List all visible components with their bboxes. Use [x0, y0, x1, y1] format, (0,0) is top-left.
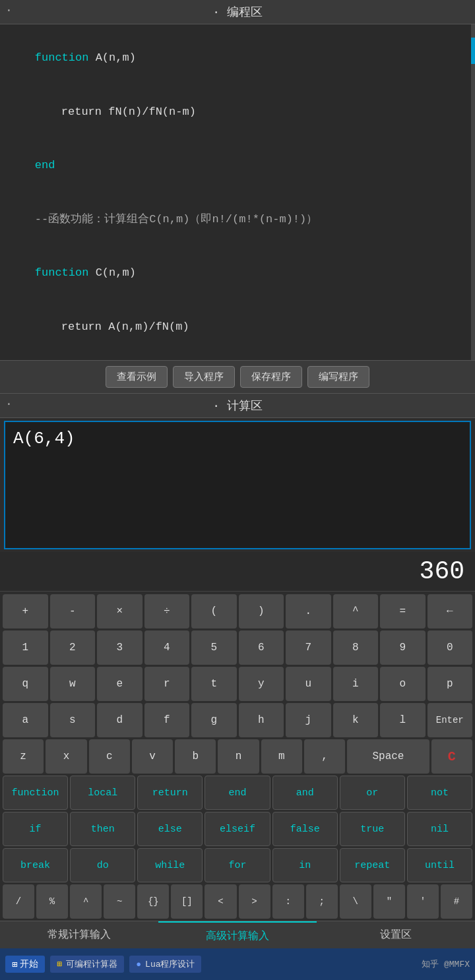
key-plus[interactable]: +: [3, 594, 48, 628]
key-tilde[interactable]: ~: [104, 884, 135, 919]
key-6[interactable]: 6: [239, 630, 284, 665]
key-dquote[interactable]: ": [373, 884, 405, 919]
key-in[interactable]: in: [272, 848, 338, 882]
key-lparen[interactable]: (: [191, 594, 237, 628]
key-0[interactable]: 0: [428, 630, 473, 665]
key-c[interactable]: c: [89, 739, 130, 774]
key-not[interactable]: not: [407, 776, 472, 810]
key-gt[interactable]: >: [239, 884, 270, 919]
key-while[interactable]: while: [137, 848, 203, 882]
scrollbar-thumb[interactable]: [471, 38, 475, 64]
key-backspace[interactable]: ←: [428, 594, 473, 628]
key-or[interactable]: or: [340, 776, 405, 810]
key-enter[interactable]: Enter: [428, 703, 473, 737]
key-curly[interactable]: {}: [137, 884, 169, 919]
key-x[interactable]: x: [46, 739, 86, 774]
key-if[interactable]: if: [3, 812, 68, 846]
key-n[interactable]: n: [218, 739, 259, 774]
key-local[interactable]: local: [70, 776, 135, 810]
key-4[interactable]: 4: [144, 630, 190, 665]
key-1[interactable]: 1: [3, 630, 48, 665]
key-s[interactable]: s: [50, 703, 96, 737]
key-backslash[interactable]: \: [340, 884, 371, 919]
key-repeat[interactable]: repeat: [340, 848, 405, 882]
key-elseif[interactable]: elseif: [205, 812, 270, 846]
key-y[interactable]: y: [239, 667, 284, 701]
save-program-button[interactable]: 保存程序: [240, 366, 302, 388]
key-h[interactable]: h: [239, 703, 284, 737]
key-return[interactable]: return: [137, 776, 203, 810]
key-b[interactable]: b: [175, 739, 216, 774]
key-j[interactable]: j: [286, 703, 331, 737]
tab-settings[interactable]: 设置区: [317, 921, 475, 950]
key-break[interactable]: break: [3, 848, 68, 882]
key-true[interactable]: true: [340, 812, 405, 846]
key-divide[interactable]: ÷: [144, 594, 190, 628]
key-f[interactable]: f: [144, 703, 190, 737]
app-lua[interactable]: ● Lua程序设计: [129, 956, 201, 973]
lua-icon: ●: [136, 960, 141, 969]
key-3[interactable]: 3: [97, 630, 142, 665]
key-hat[interactable]: ^: [70, 884, 102, 919]
key-o[interactable]: o: [380, 667, 426, 701]
start-button[interactable]: ⊞ 开始: [5, 956, 45, 973]
key-do[interactable]: do: [70, 848, 135, 882]
key-hash[interactable]: #: [441, 884, 472, 919]
key-false[interactable]: false: [272, 812, 338, 846]
key-a[interactable]: a: [3, 703, 48, 737]
key-else[interactable]: else: [137, 812, 203, 846]
key-end[interactable]: end: [205, 776, 270, 810]
tab-advanced-input[interactable]: 高级计算输入: [158, 921, 317, 950]
key-colon[interactable]: :: [272, 884, 304, 919]
key-comma[interactable]: ,: [304, 739, 345, 774]
key-z[interactable]: z: [3, 739, 44, 774]
key-equals[interactable]: =: [380, 594, 426, 628]
key-and[interactable]: and: [272, 776, 338, 810]
key-multiply[interactable]: ×: [97, 594, 142, 628]
scrollbar[interactable]: [471, 24, 475, 360]
key-until[interactable]: until: [407, 848, 472, 882]
key-then[interactable]: then: [70, 812, 135, 846]
key-caret[interactable]: ^: [333, 594, 379, 628]
key-2[interactable]: 2: [50, 630, 96, 665]
key-lt[interactable]: <: [205, 884, 236, 919]
app-calc[interactable]: ⊞ 可编程计算器: [50, 956, 124, 973]
key-w[interactable]: w: [50, 667, 96, 701]
key-rparen[interactable]: ): [239, 594, 284, 628]
key-g[interactable]: g: [191, 703, 237, 737]
key-for[interactable]: for: [205, 848, 270, 882]
key-p[interactable]: p: [428, 667, 473, 701]
key-percent[interactable]: %: [36, 884, 68, 919]
key-9[interactable]: 9: [380, 630, 426, 665]
key-r[interactable]: r: [144, 667, 190, 701]
write-program-button[interactable]: 编写程序: [307, 366, 369, 388]
view-examples-button[interactable]: 查看示例: [106, 366, 168, 388]
key-minus[interactable]: -: [50, 594, 96, 628]
key-q[interactable]: q: [3, 667, 48, 701]
key-8[interactable]: 8: [333, 630, 379, 665]
key-slash[interactable]: /: [3, 884, 34, 919]
key-i[interactable]: i: [333, 667, 379, 701]
key-clear[interactable]: C: [431, 739, 472, 774]
key-t[interactable]: t: [191, 667, 237, 701]
key-7[interactable]: 7: [286, 630, 331, 665]
key-d[interactable]: d: [97, 703, 142, 737]
key-5[interactable]: 5: [191, 630, 237, 665]
key-m[interactable]: m: [261, 739, 302, 774]
calc-input-area[interactable]: A(6,4): [4, 421, 471, 549]
key-nil[interactable]: nil: [407, 812, 472, 846]
key-squote[interactable]: ': [407, 884, 439, 919]
key-k[interactable]: k: [333, 703, 379, 737]
key-v[interactable]: v: [132, 739, 173, 774]
key-semicolon[interactable]: ;: [306, 884, 338, 919]
key-e[interactable]: e: [97, 667, 142, 701]
key-square[interactable]: []: [171, 884, 203, 919]
key-l[interactable]: l: [380, 703, 426, 737]
key-u[interactable]: u: [286, 667, 331, 701]
prog-header: · 编程区: [0, 0, 475, 24]
key-space[interactable]: Space: [347, 739, 429, 774]
tab-normal-input[interactable]: 常规计算输入: [0, 921, 158, 950]
import-program-button[interactable]: 导入程序: [173, 366, 235, 388]
key-dot[interactable]: .: [286, 594, 331, 628]
key-function[interactable]: function: [3, 776, 68, 810]
